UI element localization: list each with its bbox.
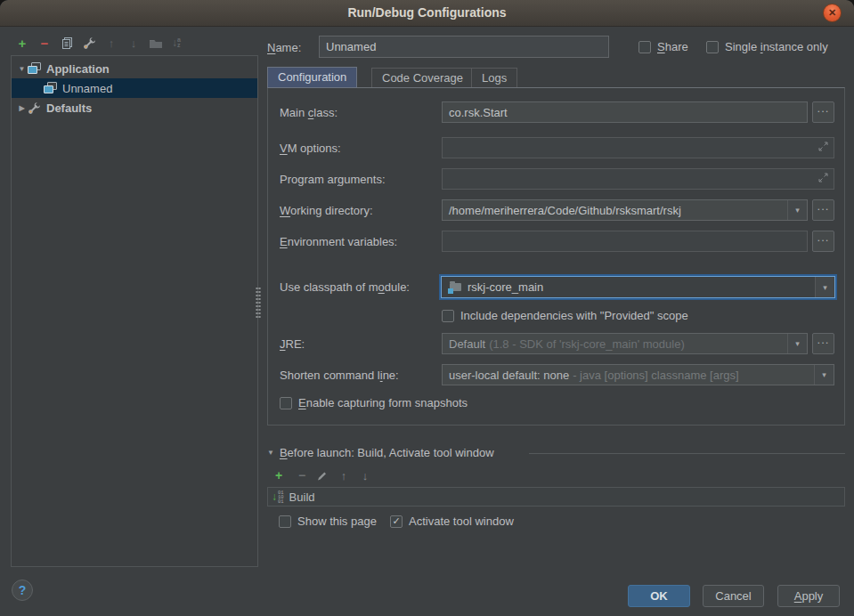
show-this-page-label: Show this page <box>297 515 377 528</box>
before-launch-down-button[interactable]: ↓ <box>357 467 373 483</box>
program-arguments-input[interactable] <box>442 168 834 190</box>
apply-button[interactable]: Apply <box>777 585 840 607</box>
before-launch-add-button[interactable]: + <box>271 467 287 483</box>
close-button[interactable]: ✕ <box>823 4 842 22</box>
before-launch-remove-button[interactable]: − <box>294 467 310 483</box>
main-class-input[interactable]: co.rsk.Start <box>442 101 808 123</box>
build-icon: ↓ 011001 <box>272 490 284 504</box>
add-configuration-button[interactable]: + <box>14 35 30 51</box>
arrow-down-icon: ↓ <box>362 469 369 482</box>
sort-az-icon: ↓ az <box>172 36 181 49</box>
checkbox-box[interactable] <box>638 41 651 53</box>
tree-item-label: Application <box>46 62 110 76</box>
ok-button[interactable]: OK <box>628 585 690 607</box>
working-directory-label: Working directory: <box>280 204 373 217</box>
working-directory-browse-button[interactable]: ... <box>812 199 834 221</box>
provided-scope-label: Include dependencies with "Provided" sco… <box>460 309 688 322</box>
plus-icon: + <box>275 468 282 482</box>
run-debug-configurations-dialog: Run/Debug Configurations ✕ + − ↑ ↓ ↓ az … <box>0 0 854 616</box>
shorten-command-line-combo[interactable]: user-local default: none - java [options… <box>442 364 834 385</box>
question-icon: ? <box>19 583 27 597</box>
tree-item-label: Unnamed <box>62 82 112 95</box>
window-title: Run/Debug Configurations <box>0 0 854 26</box>
minus-icon: − <box>41 36 49 51</box>
tree-item-label: Defaults <box>46 101 92 115</box>
checkbox-box[interactable] <box>706 41 719 53</box>
plus-icon: + <box>19 36 27 51</box>
tree-item-application[interactable]: ▼ Application <box>12 59 257 78</box>
help-button[interactable]: ? <box>12 580 33 601</box>
provided-scope-checkbox[interactable]: Include dependencies with "Provided" sco… <box>442 309 688 322</box>
tab-logs[interactable]: Logs <box>471 68 517 88</box>
vm-options-input[interactable] <box>442 137 834 158</box>
arrow-down-icon: ↓ <box>131 36 137 50</box>
before-launch-up-button[interactable]: ↑ <box>336 467 352 483</box>
name-input[interactable] <box>319 36 609 58</box>
single-instance-checkbox[interactable]: Single instance only <box>706 40 828 53</box>
main-class-browse-button[interactable]: ... <box>812 101 834 123</box>
configurations-tree: ▼ Application Unnamed ▶ Defaults <box>11 55 258 567</box>
expanded-arrow-icon[interactable]: ▼ <box>16 65 28 73</box>
checkbox-box[interactable] <box>442 310 454 322</box>
wrench-icon <box>83 36 96 50</box>
dropdown-arrow-icon[interactable]: ▾ <box>787 200 807 220</box>
edit-defaults-button[interactable] <box>81 35 97 51</box>
dropdown-arrow-icon[interactable]: ▾ <box>787 334 807 353</box>
application-icon <box>28 62 41 75</box>
shorten-command-line-label: Shorten command line: <box>280 369 399 382</box>
module-label: Use classpath of module: <box>280 280 410 294</box>
activate-tool-window-checkbox[interactable]: ✓ Activate tool window <box>390 515 514 528</box>
name-label: Name: <box>267 41 301 54</box>
collapsed-arrow-icon[interactable]: ▶ <box>16 104 28 112</box>
wrench-icon <box>28 101 41 115</box>
move-down-button[interactable]: ↓ <box>126 35 142 51</box>
main-class-label: Main class: <box>280 106 338 119</box>
before-launch-item-build[interactable]: Build <box>289 490 315 504</box>
working-directory-combo[interactable]: /home/meriherrera/Code/Github/rsksmart/r… <box>442 199 808 221</box>
create-folder-button[interactable] <box>148 35 164 51</box>
minus-icon: − <box>298 468 305 482</box>
jre-browse-button[interactable]: ... <box>812 333 834 354</box>
expand-field-icon[interactable] <box>817 141 829 155</box>
ellipsis-icon: ... <box>817 200 830 213</box>
environment-variables-label: Environment variables: <box>280 235 397 248</box>
arrow-up-icon: ↑ <box>109 36 115 50</box>
tree-item-defaults[interactable]: ▶ Defaults <box>12 98 257 118</box>
capture-snapshots-label: Enable capturing form snapshots <box>298 396 468 409</box>
jre-combo[interactable]: Default (1.8 - SDK of 'rskj-core_main' m… <box>442 333 808 354</box>
checkbox-box[interactable] <box>279 515 291 528</box>
environment-variables-input[interactable] <box>442 231 808 252</box>
panel-splitter[interactable] <box>256 287 261 319</box>
tab-code-coverage[interactable]: Code Coverage <box>371 68 474 88</box>
dropdown-arrow-icon[interactable]: ▾ <box>815 277 834 297</box>
section-divider <box>529 453 845 454</box>
checkbox-box[interactable] <box>280 397 292 409</box>
before-launch-list: ↓ 011001 Build <box>267 487 845 507</box>
check-icon: ✓ <box>392 515 400 527</box>
tree-item-unnamed[interactable]: Unnamed <box>12 78 257 98</box>
activate-tool-window-label: Activate tool window <box>409 515 514 528</box>
environment-variables-browse-button[interactable]: ... <box>812 231 834 252</box>
expand-field-icon[interactable] <box>817 172 829 186</box>
show-this-page-checkbox[interactable]: Show this page <box>279 515 377 528</box>
tab-configuration[interactable]: Configuration <box>267 67 357 88</box>
close-icon: ✕ <box>828 7 836 19</box>
cancel-button[interactable]: Cancel <box>703 585 764 607</box>
sort-configurations-button[interactable]: ↓ az <box>168 35 184 51</box>
application-icon <box>44 82 57 94</box>
checkbox-box[interactable]: ✓ <box>390 515 403 528</box>
move-up-button[interactable]: ↑ <box>103 35 119 51</box>
program-arguments-label: Program arguments: <box>280 173 386 186</box>
before-launch-header[interactable]: ▼ Before launch: Build, Activate tool wi… <box>267 446 494 459</box>
copy-configuration-button[interactable] <box>59 35 75 51</box>
capture-snapshots-checkbox[interactable]: Enable capturing form snapshots <box>280 396 468 409</box>
remove-configuration-button[interactable]: − <box>37 35 53 51</box>
expanded-arrow-icon[interactable]: ▼ <box>267 449 274 457</box>
ellipsis-icon: ... <box>817 231 830 244</box>
title-bar[interactable]: Run/Debug Configurations ✕ <box>0 0 854 27</box>
share-checkbox[interactable]: Share <box>638 40 688 53</box>
before-launch-edit-button[interactable] <box>313 467 329 483</box>
dropdown-arrow-icon[interactable]: ▾ <box>814 365 834 385</box>
module-combo[interactable]: rskj-core_main ▾ <box>441 276 835 298</box>
vm-options-label: VM options: <box>280 142 341 155</box>
